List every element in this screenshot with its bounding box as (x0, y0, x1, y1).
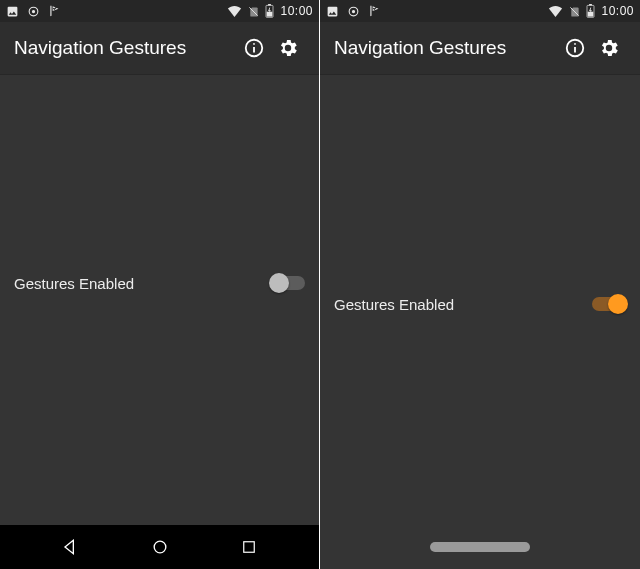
content-area: Gestures Enabled (320, 74, 640, 525)
status-bar: 10:00 (320, 0, 640, 22)
toggle-thumb (269, 273, 289, 293)
battery-icon (265, 4, 274, 18)
wifi-icon (548, 5, 563, 17)
gestures-enabled-row[interactable]: Gestures Enabled (320, 280, 640, 328)
settings-button[interactable] (592, 31, 626, 65)
app-bar: Navigation Gestures (0, 22, 319, 74)
home-icon (150, 537, 170, 557)
svg-rect-4 (269, 4, 272, 5)
no-sim-icon (248, 5, 259, 18)
gesture-navigation-bar (320, 525, 640, 569)
check-flag-icon (368, 4, 382, 18)
info-icon (564, 37, 586, 59)
target-icon (27, 5, 40, 18)
recents-button[interactable] (229, 527, 269, 567)
svg-point-12 (352, 10, 354, 12)
svg-rect-10 (244, 542, 255, 553)
svg-point-1 (32, 10, 34, 12)
target-icon (347, 5, 360, 18)
gear-icon (598, 37, 620, 59)
battery-icon (586, 4, 595, 18)
gesture-pill[interactable] (430, 542, 530, 552)
gestures-enabled-label: Gestures Enabled (334, 296, 592, 313)
info-button[interactable] (558, 31, 592, 65)
svg-point-19 (574, 43, 576, 45)
back-button[interactable] (50, 527, 90, 567)
image-icon (6, 5, 19, 18)
gestures-enabled-toggle[interactable] (271, 273, 305, 293)
check-flag-icon (48, 4, 62, 18)
app-title: Navigation Gestures (334, 37, 506, 59)
status-clock: 10:00 (601, 4, 634, 18)
info-icon (243, 37, 265, 59)
phone-left: 10:00 Navigation Gestures Gestures Enabl… (0, 0, 320, 569)
gear-icon (277, 37, 299, 59)
image-icon (326, 5, 339, 18)
app-title: Navigation Gestures (14, 37, 186, 59)
content-area: Gestures Enabled (0, 74, 319, 525)
back-icon (60, 537, 80, 557)
gestures-enabled-toggle[interactable] (592, 294, 626, 314)
svg-rect-15 (590, 4, 593, 5)
svg-point-8 (253, 43, 255, 45)
no-sim-icon (569, 5, 580, 18)
toggle-thumb (608, 294, 628, 314)
home-button[interactable] (140, 527, 180, 567)
navigation-bar (0, 525, 319, 569)
gestures-enabled-label: Gestures Enabled (14, 275, 271, 292)
info-button[interactable] (237, 31, 271, 65)
recents-icon (240, 538, 258, 556)
gestures-enabled-row[interactable]: Gestures Enabled (0, 259, 319, 307)
status-bar: 10:00 (0, 0, 319, 22)
app-bar: Navigation Gestures (320, 22, 640, 74)
status-clock: 10:00 (280, 4, 313, 18)
svg-point-9 (154, 541, 166, 553)
wifi-icon (227, 5, 242, 17)
phone-right: 10:00 Navigation Gestures Gestures Enabl… (320, 0, 640, 569)
settings-button[interactable] (271, 31, 305, 65)
